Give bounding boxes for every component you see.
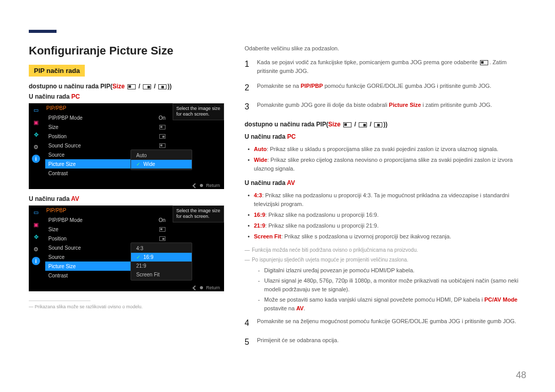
step-red: Picture Size	[389, 102, 421, 108]
step-red: PIP/PBP	[301, 83, 323, 89]
pos-value-icon	[159, 236, 165, 241]
item-text: Može se postaviti samo kada vanjski ulaz…	[264, 296, 484, 303]
row-label: Size	[48, 124, 58, 130]
osd-panel-av: ▭ ▣ ✥ ⚙ i PIP/PBP PIP/PBP ModeOn Size Po…	[29, 206, 224, 291]
sec-red: AV	[287, 179, 295, 186]
osd-menu: PIP/PBP PIP/PBP ModeOn Size Position Sou…	[43, 103, 173, 182]
return-label: Return	[206, 183, 220, 188]
item-text: : Prikaz slike na podzaslonu u proporcij…	[265, 212, 379, 218]
opt-label: Wide	[143, 161, 155, 167]
settings-icon: ⚙	[31, 142, 41, 152]
osd-icon-strip: ▭ ▣ ✥ ⚙ i	[29, 206, 43, 265]
row-label: Contrast	[48, 273, 68, 278]
row-label: Sound Source	[48, 245, 81, 251]
step-body: Pomaknite se na željenu mogućnost pomoću…	[257, 317, 526, 330]
step-3: 3 Pomaknite gumb JOG gore ili dolje da b…	[245, 101, 526, 114]
accent-bar	[29, 30, 57, 33]
osd-footer: Return	[29, 182, 224, 189]
note-1: Funkcija možda neće biti podržana ovisno…	[245, 246, 526, 254]
opt-label: Auto	[136, 153, 147, 158]
mode-pc-red: PC	[71, 93, 80, 100]
row-sound: Sound Source	[45, 141, 169, 150]
opt-label: 21:9	[136, 263, 146, 269]
avail-prefix: dostupno u načinu rada PIP(	[29, 83, 113, 90]
move-icon: ✥	[31, 232, 41, 241]
item-text: : Prikaz slike preko cijelog zaslona neo…	[254, 157, 513, 172]
size-value-icon	[159, 125, 165, 129]
step-number: 5	[245, 336, 252, 349]
step-text: i zatim pritisnite gumb JOG.	[421, 102, 492, 108]
model-footnote: ― Prikazana slika može se razlikovati ov…	[29, 304, 224, 309]
row-position: Position	[45, 132, 169, 141]
item-text: .	[304, 305, 305, 311]
avail-suffix: ))	[168, 83, 172, 90]
item-text: : Prikaz slike s podzaslona u izvornoj p…	[281, 233, 451, 239]
layout-icon-3	[158, 84, 166, 89]
step-body: Pomaknite se na PIP/PBP pomoću funkcije …	[257, 82, 526, 95]
item-text: : Prikaz slike u skladu s proporcijama s…	[267, 146, 498, 152]
step-5: 5 Primijenit će se odabrana opcija.	[245, 336, 526, 349]
opt-219: 21:9	[131, 262, 192, 270]
availability-line-right: dostupno u načinu rada PIP(Size / / ))	[245, 120, 526, 129]
step-body: Primijenit će se odabrana opcija.	[257, 336, 526, 349]
info-icon: i	[32, 155, 40, 163]
availability-line-left: dostupno u načinu rada PIP(Size / / ))	[29, 83, 224, 90]
layout-icon-2	[359, 122, 367, 127]
mode-pc-prefix: U načinu rada	[29, 93, 71, 100]
opt-43: 4:3	[131, 244, 192, 253]
osd-hint: Select the image size for each screen.	[173, 103, 224, 120]
list-item: Digitalni izlazni uređaj povezan je pomo…	[258, 266, 526, 275]
row-label: Position	[48, 236, 67, 241]
pbp-icon: ▣	[31, 118, 41, 127]
row-size: Size	[45, 225, 169, 234]
sound-value-icon	[159, 143, 165, 148]
item-bold: Wide	[254, 157, 267, 163]
list-item: Auto: Prikaz slike u skladu s proporcija…	[247, 145, 526, 154]
row-pip-mode: PIP/PBP ModeOn	[45, 113, 169, 122]
sec-prefix: U načinu rada	[245, 133, 287, 140]
pos-value-icon	[159, 134, 165, 139]
section-pc-heading: U načinu rada PC	[245, 132, 526, 142]
step-number: 3	[245, 101, 252, 114]
row-label: Sound Source	[48, 143, 81, 148]
conditions-list: Digitalni izlazni uređaj povezan je pomo…	[245, 266, 526, 313]
pc-options-list: Auto: Prikaz slike u skladu s proporcija…	[245, 145, 526, 173]
item-bold: 21:9	[254, 222, 265, 229]
lead-text: Odaberite veličinu slike za podzaslon.	[245, 44, 526, 53]
opt-label: Screen Fit	[136, 272, 160, 277]
osd-panel-pc: ▭ ▣ ✥ ⚙ i PIP/PBP PIP/PBP ModeOn Size Po…	[29, 103, 224, 189]
return-label: Return	[206, 285, 220, 290]
list-item: Može se postaviti samo kada vanjski ulaz…	[258, 295, 526, 313]
list-item: Screen Fit: Prikaz slike s podzaslona u …	[247, 232, 526, 241]
step-number: 1	[245, 58, 252, 76]
item-text: : Prikaz slike na podzaslonu u proporcij…	[265, 222, 379, 229]
item-bold: 4:3	[254, 192, 262, 198]
osd-footer: Return	[29, 284, 224, 291]
row-label: PIP/PBP Mode	[48, 115, 83, 121]
check-icon: ✓	[136, 254, 140, 260]
step-body: Kada se pojavi vodič za funkcijske tipke…	[257, 58, 526, 76]
opt-screenfit: Screen Fit	[131, 270, 192, 279]
info-icon: i	[32, 257, 40, 265]
page-number: 48	[516, 370, 526, 381]
step-4: 4 Pomaknite se na željenu mogućnost pomo…	[245, 317, 526, 330]
opt-169: ✓16:9	[131, 253, 192, 262]
sec-red: PC	[287, 133, 296, 140]
check-icon: ✓	[136, 161, 140, 167]
osd-menu-title: PIP/PBP	[45, 105, 169, 111]
footnote-separator	[29, 301, 90, 301]
step-1: 1 Kada se pojavi vodič za funkcijske tip…	[245, 58, 526, 76]
layout-icon-2	[143, 84, 151, 89]
back-arrow-icon	[193, 183, 198, 188]
av-options-list: 4:3: Prikaz slike na podzaslonu u propor…	[245, 191, 526, 241]
row-label: Source	[48, 254, 65, 260]
back-arrow-icon	[193, 285, 198, 290]
left-column: Konfiguriranje Picture Size PIP način ra…	[29, 44, 224, 355]
list-item: 4:3: Prikaz slike na podzaslonu u propor…	[247, 191, 526, 209]
row-label: Picture Size	[48, 264, 76, 269]
list-item: 16:9: Prikaz slike na podzaslonu u propo…	[247, 211, 526, 219]
opt-label: 16:9	[143, 254, 153, 260]
row-label: Size	[48, 227, 58, 232]
step-body: Pomaknite gumb JOG gore ili dolje da bis…	[257, 101, 526, 114]
dot-icon	[200, 286, 203, 289]
